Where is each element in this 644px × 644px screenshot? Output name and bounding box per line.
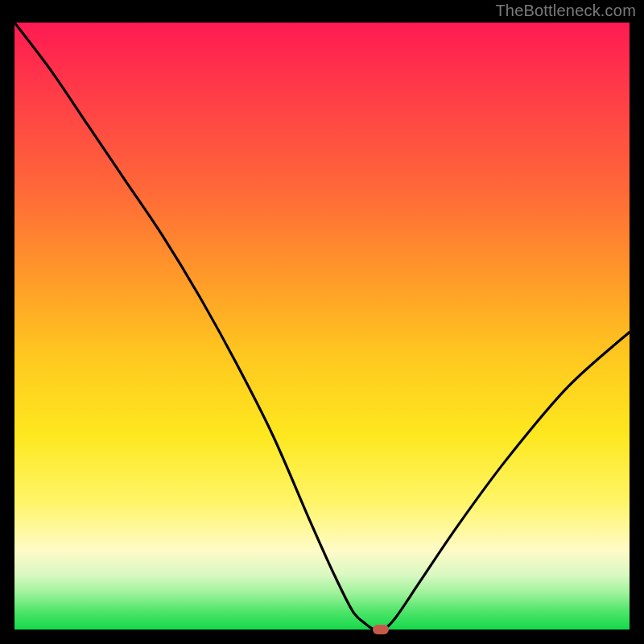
bottleneck-curve	[14, 23, 630, 630]
watermark-text: TheBottleneck.com	[495, 2, 636, 20]
optimal-point-marker	[373, 625, 389, 634]
plot-area	[14, 23, 630, 630]
chart-frame: TheBottleneck.com	[0, 0, 644, 644]
